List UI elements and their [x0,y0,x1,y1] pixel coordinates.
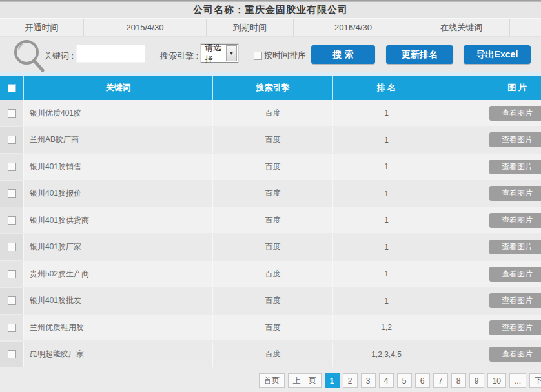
row-image-cell: 查看图片 [440,261,541,287]
row-keyword: 银川401胶批发 [24,288,213,314]
header-rank: 排 名 [333,76,440,100]
prev-page-button[interactable]: 上一页 [288,373,322,388]
row-keyword: 兰州AB胶厂商 [24,127,213,153]
first-page-button[interactable]: 首页 [259,373,285,388]
row-engine: 百度 [213,288,333,314]
table-row: 银川401胶供货商 百度 1 查看图片 [0,207,541,233]
keyword-input[interactable] [76,45,145,63]
sort-by-time-checkbox[interactable] [254,52,262,60]
row-engine: 百度 [213,127,333,153]
row-checkbox[interactable] [8,296,16,305]
row-checkbox-cell [0,261,24,287]
page-number-button[interactable]: 1 [325,373,340,388]
table-row: 贵州502胶生产商 百度 1 查看图片 [0,261,541,287]
page-number-button[interactable]: 5 [397,373,412,388]
pagination: 首页 上一页 12345678910 ... 下一页 [256,373,541,388]
row-rank: 1 [333,127,440,153]
engine-label: 搜索引擎 : [160,50,198,62]
row-engine: 百度 [213,100,333,126]
row-checkbox[interactable] [8,216,16,225]
row-checkbox-cell [0,100,24,126]
search-button[interactable]: 搜 索 [311,45,375,64]
view-image-button[interactable]: 查看图片 [489,267,541,282]
view-image-button[interactable]: 查看图片 [489,132,541,147]
row-image-cell: 查看图片 [440,154,541,180]
next-page-button[interactable]: 下一页 [529,373,541,388]
view-image-button[interactable]: 查看图片 [489,213,541,228]
view-image-button[interactable]: 查看图片 [489,347,541,362]
page-number-button[interactable]: 3 [361,373,376,388]
row-keyword: 银川401胶销售 [24,154,213,180]
row-engine: 百度 [213,315,333,340]
row-rank: 1,2,3,4,5 [333,342,440,367]
header-image: 图 片 [440,76,541,100]
company-title: 公司名称：重庆金固胶业有限公司 [193,4,348,16]
table-body: 银川优质401胶 百度 1 查看图片 兰州AB胶厂商 百度 1 查看图片 [0,100,541,367]
update-rank-button[interactable]: 更新排名 [386,45,453,64]
page-number-button[interactable]: 2 [343,373,358,388]
row-checkbox-cell [0,127,24,153]
row-checkbox[interactable] [8,189,16,198]
select-all-checkbox[interactable] [8,84,16,92]
row-checkbox[interactable] [8,350,16,358]
sort-by-time-label: 按时间排序 [264,50,306,61]
row-engine: 百度 [213,342,333,367]
row-rank: 1 [333,288,440,314]
header-engine: 搜索引擎 [213,76,333,100]
row-checkbox[interactable] [8,109,16,118]
row-checkbox-cell [0,315,24,340]
table-row: 银川401胶批发 百度 1 查看图片 [0,288,541,314]
keywords-table: 关键词 搜索引擎 排 名 图 片 银川优质401胶 百度 1 查看图片 兰州AB [0,76,541,368]
page-number-button[interactable]: 8 [451,373,466,388]
row-rank: 1 [333,154,440,180]
view-image-button[interactable]: 查看图片 [489,160,541,174]
row-keyword: 银川优质401胶 [24,100,213,126]
table-header-row: 关键词 搜索引擎 排 名 图 片 [0,76,541,100]
view-image-button[interactable]: 查看图片 [489,240,541,254]
row-checkbox[interactable] [8,270,16,278]
open-time-label: 开通时间 [0,19,84,36]
page-number-button[interactable]: 10 [487,373,506,388]
page-number-button[interactable]: 6 [415,373,430,388]
row-image-cell: 查看图片 [440,100,541,126]
row-checkbox[interactable] [8,324,16,332]
search-toolbar: 关键词 : 搜索引擎 : 请选择 ▼ 按时间排序 搜 索 更新排名 导出Exce… [0,37,541,72]
row-image-cell: 查看图片 [440,288,541,314]
page-number-button[interactable]: 4 [379,373,394,388]
row-rank: 1 [333,100,440,126]
page-number-button[interactable]: 9 [469,373,484,388]
search-magnifier-icon [10,39,46,72]
dropdown-arrow-icon[interactable]: ▼ [226,45,237,61]
export-excel-button[interactable]: 导出Excel [464,45,531,64]
row-checkbox[interactable] [8,243,16,251]
row-checkbox-cell [0,342,24,367]
row-image-cell: 查看图片 [440,127,541,153]
row-checkbox-cell [0,154,24,180]
table-row: 兰州优质鞋用胶 百度 1,2 查看图片 [0,315,541,340]
row-engine: 百度 [213,234,333,260]
ellipsis-page-button[interactable]: ... [509,373,526,388]
view-image-button[interactable]: 查看图片 [489,320,541,335]
row-engine: 百度 [213,154,333,180]
row-checkbox[interactable] [8,163,16,171]
row-checkbox-cell [0,288,24,314]
view-image-button[interactable]: 查看图片 [489,186,541,201]
page-number-button[interactable]: 7 [433,373,448,388]
row-rank: 1 [333,234,440,260]
row-rank: 1,2 [333,315,440,340]
open-time-value: 2015/4/30 [84,19,207,36]
table-row: 银川401胶报价 百度 1 查看图片 [0,181,541,207]
expire-time-label: 到期时间 [207,19,294,36]
engine-select[interactable]: 请选择 ▼ [201,44,238,63]
row-image-cell: 查看图片 [440,207,541,233]
table-row: 银川401胶厂家 百度 1 查看图片 [0,234,541,260]
row-checkbox-cell [0,234,24,260]
row-rank: 1 [333,261,440,287]
sort-by-time-option[interactable]: 按时间排序 [254,50,306,61]
row-checkbox[interactable] [8,136,16,144]
row-image-cell: 查看图片 [440,342,541,367]
view-image-button[interactable]: 查看图片 [489,106,541,121]
view-image-button[interactable]: 查看图片 [489,293,541,308]
table-row: 银川401胶销售 百度 1 查看图片 [0,154,541,180]
row-image-cell: 查看图片 [440,181,541,207]
